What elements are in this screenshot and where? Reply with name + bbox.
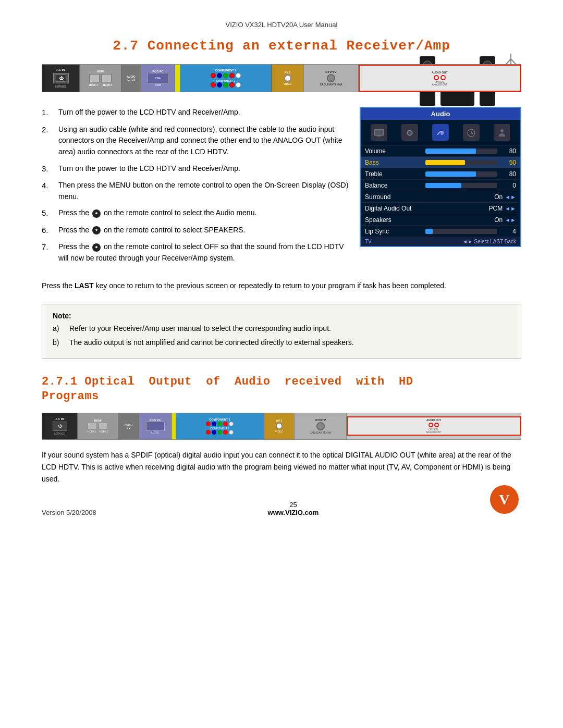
osd-row-4: SurroundOn◄► bbox=[361, 191, 520, 203]
footer: Version 5/20/2008 25 www.VIZIO.com V bbox=[0, 485, 563, 516]
svg-point-13 bbox=[500, 129, 504, 132]
osd-row-6: SpeakersOn◄► bbox=[361, 214, 520, 226]
osd-row-3: Balance0 bbox=[361, 180, 520, 191]
page-number: 25 bbox=[268, 501, 319, 509]
instruction-5: 5. Press the on the remote control to se… bbox=[42, 207, 349, 219]
osd-footer: TV ◄► Select LAST Back bbox=[361, 237, 520, 246]
footer-version: Version 5/20/2008 bbox=[42, 509, 96, 516]
osd-icon-photo bbox=[401, 124, 418, 141]
osd-icons-row bbox=[361, 120, 520, 145]
svg-point-8 bbox=[408, 131, 411, 134]
svg-line-12 bbox=[471, 133, 473, 134]
svg-point-9 bbox=[440, 132, 444, 135]
instruction-3: 3. Turn on the power to the LCD HDTV and… bbox=[42, 163, 349, 175]
vizio-logo: V bbox=[490, 485, 519, 514]
instruction-7: 7. Press the on the remote control to se… bbox=[42, 241, 349, 264]
svg-rect-4 bbox=[374, 129, 384, 135]
osd-row-2: Treble80 bbox=[361, 168, 520, 180]
instruction-6: 6. Press the on the remote control to se… bbox=[42, 225, 349, 237]
osd-icon-timer bbox=[463, 124, 480, 141]
osd-row-1: Bass50 bbox=[361, 157, 520, 168]
osd-menu-area: Audio bbox=[360, 107, 521, 269]
osd-rows: Volume80Bass50Treble80Balance0SurroundOn… bbox=[361, 145, 520, 237]
note-item-a: a) Refer to your Receiver/Amp user manua… bbox=[53, 323, 510, 335]
osd-row-7: Lip Sync4 bbox=[361, 226, 520, 237]
footer-website: www.VIZIO.com bbox=[268, 509, 319, 516]
connector-bar-1: AC IN ⏻ SERVICE HDMI bbox=[42, 64, 521, 92]
footer-center: 25 www.VIZIO.com bbox=[268, 501, 319, 516]
enter-button-icon bbox=[92, 209, 101, 218]
osd-icon-audio bbox=[432, 124, 449, 141]
osd-menu: Audio bbox=[360, 107, 521, 247]
instruction-4: 4. Then press the MENU button on the rem… bbox=[42, 180, 349, 202]
osd-row-5: Digital Audio OutPCM◄► bbox=[361, 203, 520, 214]
connector-bar-2: AC IN ⏻ SERVICE HDMI HDMI 1HDMI 2 AUDIO●… bbox=[42, 413, 521, 440]
instructions-list: 1. Turn off the power to the LCD HDTV an… bbox=[42, 107, 349, 269]
section-271-title: 2.7.1 Optical Output of Audio received w… bbox=[42, 375, 521, 404]
note-box: Note: a) Refer to your Receiver/Amp user… bbox=[42, 304, 521, 359]
header-title: VIZIO VX32L HDTV20A User Manual bbox=[42, 21, 521, 29]
section-271-body: If your sound system has a SPDIF (optica… bbox=[42, 449, 521, 485]
instruction-2: 2. Using an audio cable (white and red c… bbox=[42, 124, 349, 158]
instruction-1: 1. Turn off the power to the LCD HDTV an… bbox=[42, 107, 349, 119]
osd-title: Audio bbox=[361, 108, 520, 120]
down-button-icon bbox=[92, 226, 101, 235]
enter-button-icon-2 bbox=[92, 243, 101, 252]
osd-icon-user bbox=[494, 124, 510, 141]
last-key-text: Press the LAST key once to return to the… bbox=[42, 280, 521, 291]
osd-icon-tv bbox=[371, 124, 387, 141]
footer-logo-area: V bbox=[490, 485, 521, 516]
note-label: Note: bbox=[53, 312, 510, 320]
note-item-b: b) The audio output is not amplified and… bbox=[53, 337, 510, 349]
osd-row-0: Volume80 bbox=[361, 145, 520, 157]
